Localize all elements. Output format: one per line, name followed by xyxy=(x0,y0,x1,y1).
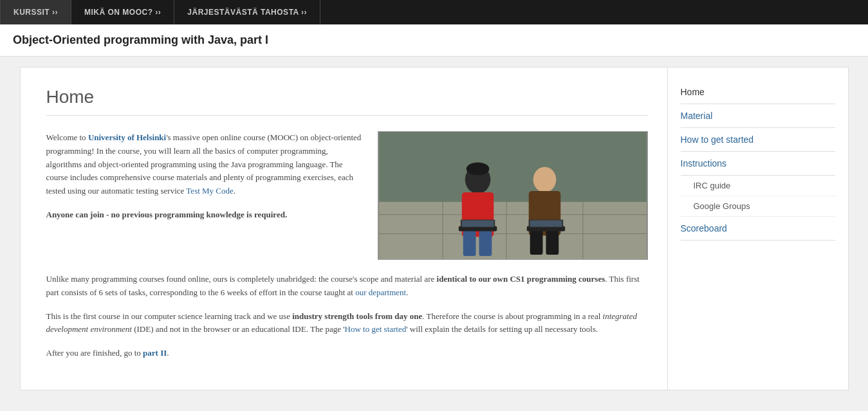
sidebar-link-google-groups[interactable]: Google Groups xyxy=(694,201,835,211)
svg-point-9 xyxy=(466,163,489,176)
sidebar-item-material: Material xyxy=(681,104,835,128)
nav-jarjestavastatahosta[interactable]: JÄRJESTÄVÄSTÄ TAHOSTA ›› xyxy=(174,0,320,24)
part-ii-link[interactable]: part II xyxy=(143,348,167,358)
para3: This is the first course in our computer… xyxy=(46,310,648,337)
page-title-bar: Object-Oriented programming with Java, p… xyxy=(0,24,868,57)
university-link[interactable]: University of Helsinki xyxy=(88,132,166,142)
para2-bold: identical to our own CS1 programming cou… xyxy=(437,274,605,284)
course-image xyxy=(378,131,648,260)
sidebar-subitem-irc-guide: IRC guide xyxy=(681,176,835,196)
intro-block: Welcome to University of Helsinki's mass… xyxy=(46,131,648,260)
join-text: Anyone can join - no previous programmin… xyxy=(46,210,288,219)
para2: Unlike many programming courses found on… xyxy=(46,273,648,300)
our-department-link[interactable]: our department xyxy=(355,288,406,297)
test-my-code-link[interactable]: Test My Code xyxy=(186,186,233,196)
intro-paragraph: Welcome to University of Helsinki's mass… xyxy=(46,131,362,198)
svg-rect-16 xyxy=(546,229,559,255)
sidebar-link-irc-guide[interactable]: IRC guide xyxy=(694,181,835,190)
intro-period: . xyxy=(234,186,235,196)
sidebar: Home Material How to get started Instruc… xyxy=(668,68,848,390)
para2-start: Unlike many programming courses found on… xyxy=(46,274,437,284)
svg-rect-1 xyxy=(379,196,647,259)
sidebar-link-material[interactable]: Material xyxy=(681,111,835,121)
sidebar-item-scoreboard: Scoreboard xyxy=(681,217,835,241)
sidebar-link-home[interactable]: Home xyxy=(681,87,835,97)
nav-mika-on-mooc[interactable]: MIKÄ ON MOOC? ›› xyxy=(71,0,174,24)
sidebar-link-scoreboard[interactable]: Scoreboard xyxy=(681,223,835,233)
sidebar-subitem-google-groups: Google Groups xyxy=(681,196,835,217)
para3-mid2: (IDE) and not in the browser or an educa… xyxy=(132,324,345,334)
main-wrapper: Home Welcome to University of Helsinki's… xyxy=(10,67,859,390)
svg-rect-7 xyxy=(379,132,647,202)
svg-rect-12 xyxy=(479,230,492,256)
para4-end: . xyxy=(167,348,169,358)
para4: After you are finished, go to part II. xyxy=(46,347,648,360)
page-title: Object-Oriented programming with Java, p… xyxy=(13,33,855,47)
nav-kurssit[interactable]: KURSSIT ›› xyxy=(0,0,71,24)
content-card: Home Welcome to University of Helsinki's… xyxy=(20,67,849,390)
sidebar-item-home: Home xyxy=(681,80,835,104)
svg-rect-11 xyxy=(463,230,476,256)
how-to-get-started-link[interactable]: How to get started xyxy=(345,324,407,334)
page-heading: Home xyxy=(46,87,648,116)
sidebar-item-instructions: Instructions xyxy=(681,152,835,176)
sidebar-link-instructions[interactable]: Instructions xyxy=(681,158,835,169)
sidebar-link-how-to-get-started[interactable]: How to get started xyxy=(681,134,835,145)
intro-text: Welcome to University of Helsinki's mass… xyxy=(46,131,362,260)
para2-end: . xyxy=(406,288,408,297)
svg-rect-15 xyxy=(530,229,542,255)
para3-mid: . Therefore the course is about programm… xyxy=(422,311,602,321)
top-navigation: KURSSIT ›› MIKÄ ON MOOC? ›› JÄRJESTÄVÄST… xyxy=(0,0,868,24)
para3-start: This is the first course in our computer… xyxy=(46,311,293,321)
para4-start: After you are finished, go to xyxy=(46,348,143,358)
left-content: Home Welcome to University of Helsinki's… xyxy=(21,68,668,390)
para3-bold: industry strength tools from day one xyxy=(292,311,422,321)
para3-end: ' will explain the details for setting u… xyxy=(406,324,598,334)
intro-welcome: Welcome to xyxy=(46,132,88,142)
svg-rect-22 xyxy=(530,221,562,227)
svg-point-13 xyxy=(533,167,556,192)
join-paragraph: Anyone can join - no previous programmin… xyxy=(46,208,362,222)
svg-rect-19 xyxy=(461,221,494,227)
sidebar-item-how-to-get-started: How to get started xyxy=(681,128,835,152)
